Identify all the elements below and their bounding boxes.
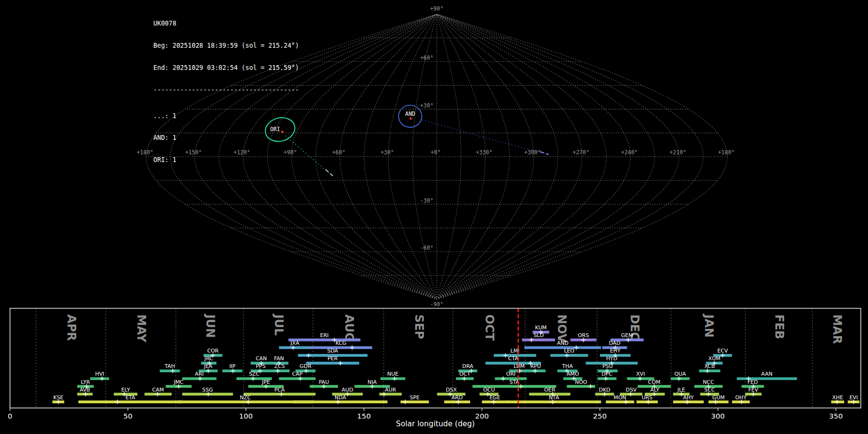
activity-bar [306,362,359,365]
month-label: SEP [412,314,426,339]
shower-cap: CAP [279,371,316,380]
shower-nzc: NZC [177,394,313,404]
peak-marker [403,400,407,404]
shower-noo: NOO [567,379,596,389]
shower-code-label: NOO [575,379,587,385]
shower-code-label: PPS [256,363,266,369]
shower-dpc: DPC [597,371,616,380]
month-label: APR [65,314,78,341]
shower-code-label: HVI [95,371,104,377]
shower-cam: CAM [145,387,172,396]
shower-rpu: RPU [526,363,546,373]
shower-sld: SLD [522,332,556,342]
shower-code-label: PSU [602,363,612,369]
x-axis-title: Solar longitude (deg) [396,420,475,428]
peak-marker [588,384,593,389]
shower-ahy: AHY [673,394,704,404]
lon-label: +270° [573,149,590,156]
shower-code-label: DAD [609,340,621,346]
activity-bar [699,369,720,372]
month-label: JAN [702,313,716,338]
activity-bar [522,339,556,341]
shower-code-label: KUM [535,325,547,331]
shower-hvi: HVI [90,371,109,380]
shower-code-label: ECV [718,348,728,354]
shower-aur: AUR [379,387,401,396]
peak-marker [501,377,505,381]
shower-ege: EGE [482,394,508,404]
activity-bar [524,346,601,349]
activity-bar [293,401,388,404]
lat-label: +60° [420,54,434,61]
begin-time: Beg: 20251028 18:39:59 (sol = 215.24°) [153,42,299,49]
peak-marker [519,384,523,389]
shower-code-label: GEM [621,332,633,339]
shower-code-label: CTA [508,355,518,362]
shower-code-label: ZCS [274,363,285,369]
shower-code-label: GUM [712,394,725,401]
shower-activity-timeline: APRMAYJUNJULAUGSEPOCTNOVDECJANFEBMARKUME… [8,308,861,428]
activity-bar [79,401,182,404]
shower-iip: IIP [222,363,243,373]
shower-code-label: AMO [567,371,579,377]
lon-label: +60° [332,149,346,156]
shower-code-label: QUA [674,371,686,377]
month-label: JUL [272,313,285,336]
month-label: AUG [342,314,356,342]
end-time: End: 20251029 03:02:54 (sol = 215.59°) [153,64,299,71]
shower-code-label: XVI [636,371,645,377]
activity-bar [550,354,588,357]
shower-avb: AVB [77,387,93,396]
shower-code-label: NIA [367,379,377,385]
shower-code-label: PCA [274,387,285,393]
x-tick-label: 250 [593,412,607,420]
shower-code-label: KSE [54,394,64,401]
shower-code-label: LEO [564,348,575,354]
shower-code-label: JEA [203,363,213,369]
peak-marker [574,345,579,350]
shower-per: PER [306,355,359,365]
activity-bar [177,401,313,404]
shower-code-label: SSG [202,387,213,393]
shower-ari: ARI [182,371,217,380]
shower-code-label: LUM [514,363,525,369]
x-tick-label: 200 [475,412,488,420]
peak-marker [338,361,342,365]
shower-code-label: EHY [610,348,621,354]
plot-canvas: +90°+60°+30°-30°-60°-90°+180°+150°+120°+… [0,0,868,434]
lon-label: +30° [380,149,394,156]
x-tick-label: 350 [829,412,842,420]
shower-code-label: EVI [849,394,858,401]
shower-code-label: SZC [249,371,259,377]
shower-code-label: XHE [832,394,843,401]
month-label: MAY [135,314,148,342]
shower-code-label: CAP [292,371,303,377]
shower-code-label: ARI [195,371,203,377]
lat-label: +30° [420,102,434,109]
shower-code-label: OHY [735,394,747,401]
meteor-event-report: UK0078 Beg: 20251028 18:39:59 (sol = 215… [0,0,868,434]
shower-code-label: KCG [336,340,347,346]
x-tick-label: 50 [123,412,133,420]
month-label: OCT [483,314,496,341]
separator: -------------------------------------- [153,86,299,94]
shower-qua: QUA [671,371,690,380]
shower-code-label: LYR [81,379,90,385]
x-tick-label: 100 [239,412,253,420]
lat-label: +90° [430,5,444,12]
shower-code-label: JXA [290,340,299,346]
meteor-track [326,169,334,177]
shower-code-label: AUR [385,387,396,393]
shower-gum: GUM [708,394,729,404]
shower-code-label: AND [557,340,569,346]
shower-code-label: SDA [327,348,339,354]
shower-code-label: PER [327,355,338,362]
shower-code-label: OER [544,387,556,393]
shower-code-label: TAH [164,363,175,369]
radiant-label: AND [405,110,415,117]
peak-marker [115,400,120,404]
shower-code-label: DKD [599,387,610,393]
shower-urs: URS [637,394,658,404]
shower-xcb: XCB [699,363,720,373]
shower-code-label: CAN [256,355,267,362]
